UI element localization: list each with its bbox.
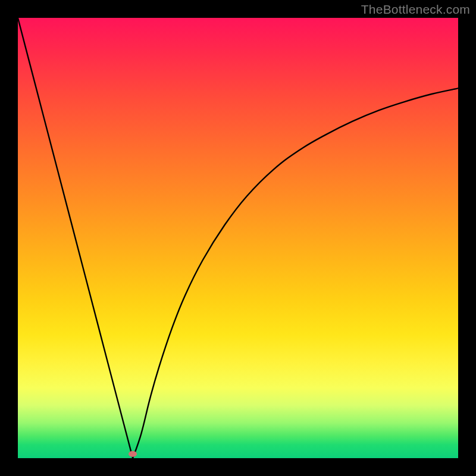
plot-area <box>18 18 458 458</box>
chart-frame: TheBottleneck.com <box>0 0 476 476</box>
bottleneck-curve <box>18 18 458 458</box>
attribution-label: TheBottleneck.com <box>361 2 470 17</box>
minimum-marker <box>129 451 137 457</box>
curve-svg <box>18 18 458 458</box>
